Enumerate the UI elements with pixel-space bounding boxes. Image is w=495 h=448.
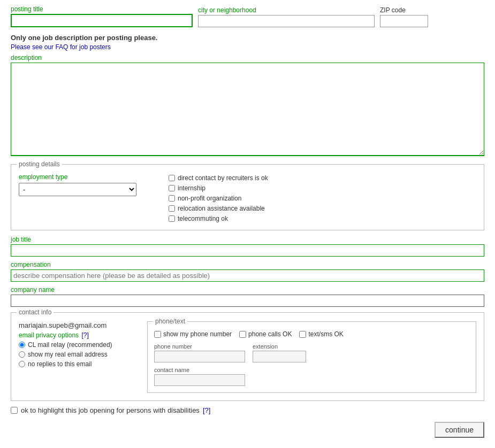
city-group: city or neighborhood [198, 6, 375, 27]
contact-info-legend: contact info [17, 308, 54, 316]
contact-info-fieldset: contact info mariajain.supeb@gmail.com e… [11, 312, 484, 401]
phone-number-group: phone number [154, 343, 245, 362]
phone-number-label: phone number [154, 343, 245, 350]
extension-group: extension [253, 343, 306, 362]
checkbox-telecommute-input[interactable] [169, 215, 175, 222]
notice-text: Only one job description per posting ple… [11, 34, 484, 42]
email-privacy-row: email privacy options [?] [19, 331, 136, 339]
text-sms-ok-item: text/sms OK [299, 330, 343, 338]
phone-calls-ok-checkbox[interactable] [239, 331, 246, 338]
posting-details-fieldset: posting details employment type - full-t… [11, 164, 484, 230]
checkbox-internship-input[interactable] [169, 185, 175, 191]
notice-section: Only one job description per posting ple… [11, 34, 484, 51]
email-privacy-label: email privacy options [19, 331, 79, 339]
checkbox-nonprofit-input[interactable] [169, 195, 175, 202]
company-name-label: company name [11, 286, 484, 293]
text-sms-ok-checkbox[interactable] [299, 331, 306, 338]
zip-label: ZIP code [380, 6, 428, 14]
radio-relay-input[interactable] [19, 342, 25, 348]
posting-title-group: posting title [11, 5, 193, 27]
radio-group: CL mail relay (recommended) show my real… [19, 341, 136, 368]
posting-details-inner: employment type - full-time part-time co… [19, 173, 476, 222]
text-sms-ok-label: text/sms OK [308, 330, 343, 338]
checkboxes-col: direct contact by recruiters is ok inter… [169, 173, 476, 222]
job-title-label: job title [11, 236, 484, 243]
email-privacy-faq[interactable]: [?] [81, 331, 88, 339]
phone-checkboxes: show my phone number phone calls OK text… [154, 330, 469, 338]
checkbox-relocation-input[interactable] [169, 205, 175, 212]
company-name-input[interactable] [11, 295, 484, 307]
city-label: city or neighborhood [198, 6, 375, 14]
contact-name-input[interactable] [154, 374, 245, 386]
posting-title-label: posting title [11, 5, 193, 13]
phone-text-fieldset: phone/text show my phone number phone ca… [147, 321, 476, 393]
compensation-label: compensation [11, 261, 484, 268]
checkbox-direct-label: direct contact by recruiters is ok [178, 174, 268, 182]
phone-calls-ok-item: phone calls OK [239, 330, 292, 338]
checkbox-telecommute-label: telecommuting ok [178, 215, 228, 222]
disabilities-faq[interactable]: [?] [203, 406, 210, 414]
employment-type-label: employment type [19, 173, 158, 181]
checkbox-relocation: relocation assistance available [169, 205, 476, 212]
extension-input[interactable] [253, 351, 306, 362]
phone-inputs-row: phone number extension [154, 343, 469, 362]
radio-no: no replies to this email [19, 360, 136, 368]
top-row: posting title city or neighborhood ZIP c… [11, 5, 484, 27]
compensation-input[interactable] [11, 269, 484, 282]
disabilities-row: ok to highlight this job opening for per… [11, 406, 484, 414]
radio-real-input[interactable] [19, 351, 25, 358]
phone-number-input[interactable] [154, 351, 245, 362]
checkbox-direct-input[interactable] [169, 175, 175, 181]
checkbox-internship-label: internship [178, 184, 205, 192]
disabilities-label: ok to highlight this job opening for per… [21, 406, 200, 414]
job-title-input[interactable] [11, 244, 484, 257]
posting-details-legend: posting details [17, 160, 62, 168]
checkbox-telecommute: telecommuting ok [169, 215, 476, 222]
email-address: mariajain.supeb@gmail.com [19, 321, 136, 329]
phone-text-legend: phone/text [153, 318, 187, 325]
email-col: mariajain.supeb@gmail.com email privacy … [19, 321, 136, 393]
description-label: description [11, 54, 484, 61]
zip-group: ZIP code [380, 6, 428, 27]
contact-name-group: contact name [154, 367, 469, 386]
company-name-field: company name [11, 286, 484, 307]
checkbox-nonprofit-label: non-profit organization [178, 195, 241, 202]
disabilities-checkbox[interactable] [11, 407, 18, 414]
checkbox-relocation-label: relocation assistance available [178, 205, 265, 212]
checkbox-nonprofit: non-profit organization [169, 195, 476, 202]
contact-name-row: contact name [154, 367, 469, 386]
phone-calls-ok-label: phone calls OK [248, 330, 292, 338]
faq-link[interactable]: Please see our FAQ for job posters [11, 43, 484, 51]
city-input[interactable] [198, 15, 375, 27]
contact-name-label: contact name [154, 367, 469, 373]
zip-input[interactable] [380, 15, 428, 27]
compensation-field: compensation [11, 261, 484, 282]
description-section: description [11, 54, 484, 158]
extension-label: extension [253, 343, 306, 350]
continue-row: continue [11, 422, 484, 438]
radio-real: show my real email address [19, 351, 136, 358]
description-textarea[interactable] [11, 63, 484, 156]
contact-inner: mariajain.supeb@gmail.com email privacy … [19, 321, 476, 393]
radio-relay-label: CL mail relay (recommended) [28, 341, 112, 349]
show-phone-item: show my phone number [154, 330, 232, 338]
employment-type-select[interactable]: - full-time part-time contract internshi… [19, 183, 136, 196]
show-phone-checkbox[interactable] [154, 331, 161, 338]
radio-no-label: no replies to this email [28, 360, 92, 368]
radio-no-input[interactable] [19, 361, 25, 367]
checkbox-internship: internship [169, 184, 476, 192]
posting-title-input[interactable] [11, 14, 193, 27]
continue-button[interactable]: continue [435, 422, 484, 438]
employment-type-col: employment type - full-time part-time co… [19, 173, 158, 222]
job-title-field: job title [11, 236, 484, 257]
checkbox-direct: direct contact by recruiters is ok [169, 174, 476, 182]
radio-relay: CL mail relay (recommended) [19, 341, 136, 349]
show-phone-label: show my phone number [163, 330, 232, 338]
radio-real-label: show my real email address [28, 351, 108, 358]
